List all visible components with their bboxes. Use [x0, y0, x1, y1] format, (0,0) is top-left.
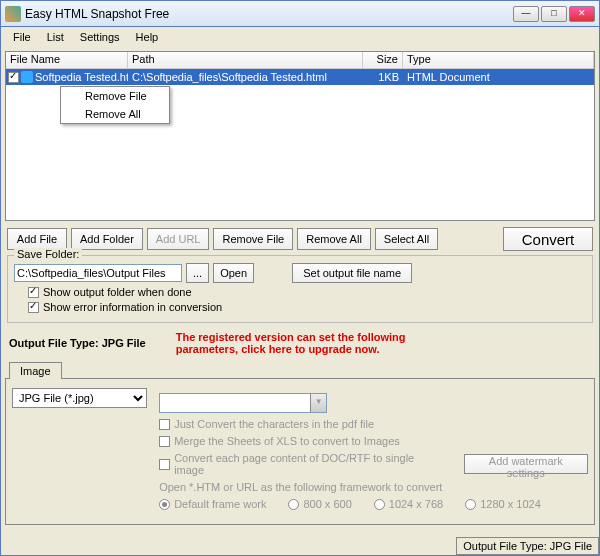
add-file-button[interactable]: Add File: [7, 228, 67, 250]
convert-button[interactable]: Convert: [503, 227, 593, 251]
radio-800-label: 800 x 600: [303, 498, 351, 510]
app-icon: [5, 6, 21, 22]
menubar: File List Settings Help: [1, 27, 599, 47]
add-folder-button[interactable]: Add Folder: [71, 228, 143, 250]
show-folder-label: Show output folder when done: [43, 286, 192, 298]
show-error-checkbox[interactable]: [28, 302, 39, 313]
table-row[interactable]: Softpedia Tested.html C:\Softpedia_files…: [6, 69, 594, 85]
add-url-button[interactable]: Add URL: [147, 228, 210, 250]
cell-path: C:\Softpedia_files\Softpedia Tested.html: [128, 71, 363, 83]
opt1-label: Just Convert the characters in the pdf f…: [174, 418, 374, 430]
output-file-type-label: Output File Type: JPG File: [9, 337, 146, 349]
opt2-label: Merge the Sheets of XLS to convert to Im…: [174, 435, 400, 447]
titlebar: Easy HTML Snapshot Free — □ ✕: [1, 1, 599, 27]
browse-button[interactable]: ...: [186, 263, 209, 283]
window-title: Easy HTML Snapshot Free: [25, 7, 513, 21]
opt3-label: Convert each page content of DOC/RTF to …: [174, 452, 436, 476]
menu-list[interactable]: List: [39, 29, 72, 45]
radio-default[interactable]: [159, 499, 170, 510]
opt2-checkbox[interactable]: [159, 436, 170, 447]
remove-all-button[interactable]: Remove All: [297, 228, 371, 250]
row-checkbox[interactable]: [8, 72, 19, 83]
save-folder-group: Save Folder: ... Open Set output file na…: [7, 255, 593, 323]
save-path-input[interactable]: [14, 264, 182, 282]
col-filename[interactable]: File Name: [6, 52, 128, 68]
opt3-checkbox[interactable]: [159, 459, 170, 470]
set-output-name-button[interactable]: Set output file name: [292, 263, 412, 283]
maximize-button[interactable]: □: [541, 6, 567, 22]
framework-note: Open *.HTM or URL as the following frame…: [159, 481, 442, 493]
close-button[interactable]: ✕: [569, 6, 595, 22]
chevron-down-icon: ▼: [310, 394, 326, 412]
radio-1024[interactable]: [374, 499, 385, 510]
file-filter-select[interactable]: JPG File (*.jpg): [12, 388, 147, 408]
cell-type: HTML Document: [403, 71, 594, 83]
tab-image[interactable]: Image: [9, 362, 62, 379]
save-folder-label: Save Folder:: [14, 248, 82, 260]
select-all-button[interactable]: Select All: [375, 228, 438, 250]
combo-select[interactable]: ▼: [159, 393, 327, 413]
radio-1280-label: 1280 x 1024: [480, 498, 541, 510]
menu-file[interactable]: File: [5, 29, 39, 45]
open-button[interactable]: Open: [213, 263, 254, 283]
tab-body: JPG File (*.jpg) ▼ Just Convert the char…: [5, 378, 595, 525]
cell-name: Softpedia Tested.html: [35, 71, 128, 83]
show-folder-checkbox[interactable]: [28, 287, 39, 298]
ctx-remove-all[interactable]: Remove All: [61, 105, 169, 123]
opt1-checkbox[interactable]: [159, 419, 170, 430]
menu-settings[interactable]: Settings: [72, 29, 128, 45]
status-bar: Output File Type: JPG File: [456, 537, 599, 555]
ctx-remove-file[interactable]: Remove File: [61, 87, 169, 105]
menu-help[interactable]: Help: [128, 29, 167, 45]
watermark-button[interactable]: Add watermark settings: [464, 454, 588, 474]
col-path[interactable]: Path: [128, 52, 363, 68]
remove-file-button[interactable]: Remove File: [213, 228, 293, 250]
file-icon: [21, 71, 33, 83]
context-menu: Remove File Remove All: [60, 86, 170, 124]
radio-default-label: Default frame work: [174, 498, 266, 510]
radio-1024-label: 1024 x 768: [389, 498, 443, 510]
show-error-label: Show error information in conversion: [43, 301, 222, 313]
upgrade-link[interactable]: The registered version can set the follo…: [176, 331, 466, 355]
radio-1280[interactable]: [465, 499, 476, 510]
col-type[interactable]: Type: [403, 52, 594, 68]
radio-800[interactable]: [288, 499, 299, 510]
col-size[interactable]: Size: [363, 52, 403, 68]
cell-size: 1KB: [363, 71, 403, 83]
minimize-button[interactable]: —: [513, 6, 539, 22]
file-list[interactable]: File Name Path Size Type Softpedia Teste…: [5, 51, 595, 221]
